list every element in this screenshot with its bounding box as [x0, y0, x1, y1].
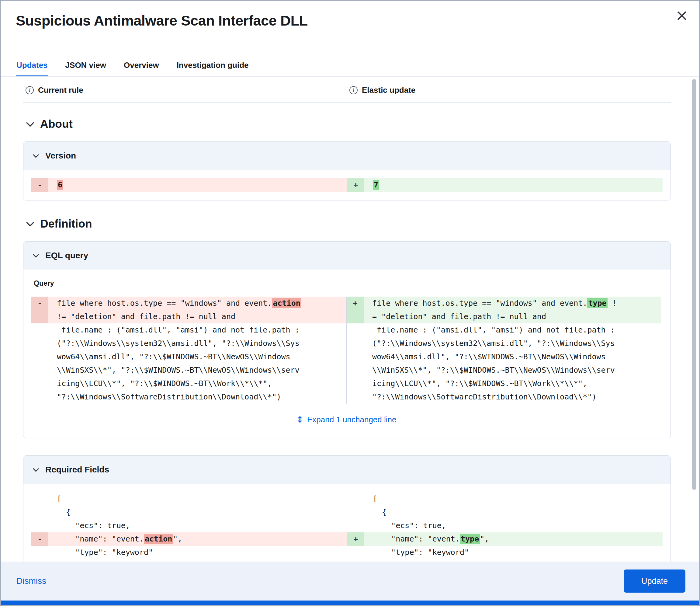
- tab-bar: Updates JSON view Overview Investigation…: [16, 61, 249, 77]
- diff-line: "?:\\Windows\\SoftwareDistribution\\Down…: [347, 390, 661, 404]
- diff-line: +7: [347, 178, 662, 192]
- scrollbar-thumb[interactable]: [692, 79, 696, 490]
- diff-changed-token: action: [272, 298, 301, 308]
- diff-code: {: [364, 506, 662, 519]
- diff-code: "name": "event.type",: [364, 532, 662, 546]
- diff-gutter-sign: [347, 492, 364, 506]
- diff-gutter-sign: [31, 519, 48, 532]
- compare-divider: [23, 102, 671, 102]
- expand-unchanged-link[interactable]: ↕ Expand 1 unchanged line: [31, 415, 661, 425]
- tab-updates[interactable]: Updates: [16, 61, 48, 77]
- current-rule-label: Current rule: [38, 86, 83, 95]
- close-icon[interactable]: ×: [672, 6, 692, 24]
- elastic-update-label: Elastic update: [362, 86, 415, 95]
- diff-code: "ecs": true,: [364, 519, 662, 532]
- diff-code: "?:\\Windows\\SoftwareDistribution\\Down…: [48, 390, 346, 404]
- required-fields-diff: [ { "ecs": true,- "name": "event.action"…: [31, 492, 662, 559]
- diff-gutter-sign: [31, 350, 48, 364]
- diff-line: "ecs": true,: [347, 519, 662, 532]
- chevron-down-icon: [32, 466, 40, 474]
- diff-code: != "deletion" and file.path != null and: [48, 310, 346, 323]
- diff-line: icing\\LCU\\*", "?:\\$WINDOWS.~BT\\Work\…: [347, 377, 661, 390]
- diff-line: +file where host.os.type == "windows" an…: [347, 297, 661, 310]
- version-panel-header[interactable]: Version: [23, 142, 671, 170]
- update-button[interactable]: Update: [624, 569, 685, 592]
- current-rule-column-header: i Current rule: [23, 86, 347, 95]
- flyout-header: Suspicious Antimalware Scan Interface DL…: [1, 1, 699, 77]
- diff-code: {: [48, 506, 347, 519]
- diff-side-update: +7: [347, 178, 662, 192]
- diff-code: \\WinSXS\\*", "?:\\$WINDOWS.~BT\\NewOS\\…: [48, 364, 346, 377]
- diff-gutter-sign: -: [31, 297, 48, 310]
- section-about-title: About: [40, 118, 73, 131]
- flyout-footer: Dismiss Update: [1, 562, 699, 601]
- diff-code: 7: [364, 178, 662, 192]
- diff-gutter-sign: [347, 377, 364, 390]
- tabs-divider: [1, 76, 699, 77]
- eql-query-panel: EQL query Query -file where host.os.type…: [23, 241, 671, 438]
- diff-gutter-sign: [347, 390, 364, 404]
- diff-gutter-sign: [347, 350, 364, 364]
- section-about[interactable]: About: [25, 118, 671, 131]
- diff-line: file.name : ("amsi.dll", "amsi") and not…: [347, 323, 661, 337]
- diff-code: file where host.os.type == "windows" and…: [48, 297, 346, 310]
- diff-line: -file where host.os.type == "windows" an…: [31, 297, 346, 310]
- diff-code: "type": "keyword": [364, 546, 662, 559]
- section-definition[interactable]: Definition: [25, 217, 671, 230]
- tab-overview[interactable]: Overview: [123, 61, 160, 77]
- diff-code: "ecs": true,: [48, 519, 347, 532]
- diff-code: wow64\\amsi.dll", "?:\\$WINDOWS.~BT\\New…: [48, 350, 346, 364]
- eql-diff: -file where host.os.type == "windows" an…: [31, 297, 661, 404]
- diff-gutter-sign: [347, 364, 364, 377]
- diff-code: [: [48, 492, 347, 506]
- diff-line: ("?:\\Windows\\system32\\amsi.dll", "?:\…: [347, 337, 661, 350]
- diff-code: "?:\\Windows\\SoftwareDistribution\\Down…: [364, 390, 661, 404]
- diff-line: ("?:\\Windows\\system32\\amsi.dll", "?:\…: [31, 337, 346, 350]
- diff-side-current: -6: [31, 178, 347, 192]
- diff-code: wow64\\amsi.dll", "?:\\$WINDOWS.~BT\\New…: [364, 350, 661, 364]
- diff-side-update: [ { "ecs": true,+ "name": "event.type", …: [347, 492, 662, 559]
- chevron-down-icon: [25, 119, 35, 129]
- diff-code: [: [364, 492, 662, 506]
- diff-changed-token: type: [460, 534, 480, 544]
- tab-investigation-guide[interactable]: Investigation guide: [176, 61, 249, 77]
- diff-gutter-sign: [31, 492, 48, 506]
- rule-update-flyout: Suspicious Antimalware Scan Interface DL…: [0, 0, 700, 606]
- info-icon[interactable]: i: [349, 86, 358, 94]
- diff-code: 6: [48, 178, 347, 192]
- tab-json-view[interactable]: JSON view: [65, 61, 107, 77]
- diff-gutter-sign: +: [347, 532, 364, 546]
- diff-code: "name": "event.action",: [48, 532, 347, 546]
- info-icon[interactable]: i: [26, 86, 34, 94]
- diff-line: file.name : ("amsi.dll", "amsi") and not…: [31, 323, 346, 337]
- diff-gutter-sign: [31, 337, 48, 350]
- section-definition-title: Definition: [40, 217, 92, 230]
- diff-code: ("?:\\Windows\\system32\\amsi.dll", "?:\…: [364, 337, 661, 350]
- diff-changed-token: type: [587, 298, 607, 308]
- required-fields-panel-header[interactable]: Required Fields: [23, 456, 671, 484]
- chevron-down-icon: [32, 252, 40, 259]
- version-panel: Version -6 +7: [23, 141, 671, 201]
- diff-gutter-sign: [347, 310, 364, 323]
- diff-changed-token: action: [144, 534, 173, 544]
- diff-changed-token: 7: [373, 180, 379, 190]
- eql-panel-header[interactable]: EQL query: [23, 241, 671, 270]
- compare-header: i Current rule i Elastic update: [23, 77, 671, 95]
- diff-code: file where host.os.type == "windows" and…: [364, 297, 661, 310]
- chevron-down-icon: [25, 219, 35, 229]
- diff-line: [: [31, 492, 347, 506]
- diff-gutter-sign: [31, 390, 48, 404]
- diff-gutter-sign: -: [31, 178, 48, 192]
- diff-code: icing\\LCU\\*", "?:\\$WINDOWS.~BT\\Work\…: [48, 377, 346, 390]
- diff-gutter-sign: [347, 323, 364, 337]
- chevron-down-icon: [32, 152, 40, 160]
- dismiss-button[interactable]: Dismiss: [17, 576, 46, 586]
- diff-line: wow64\\amsi.dll", "?:\\$WINDOWS.~BT\\New…: [347, 350, 661, 364]
- diff-line: - "name": "event.action",: [31, 532, 347, 546]
- diff-gutter-sign: [31, 546, 48, 559]
- diff-line: + "name": "event.type",: [347, 532, 662, 546]
- elastic-update-column-header: i Elastic update: [347, 86, 671, 95]
- diff-line: icing\\LCU\\*", "?:\\$WINDOWS.~BT\\Work\…: [31, 377, 346, 390]
- updates-scroll-area: i Current rule i Elastic update About Ve…: [1, 77, 699, 563]
- diff-changed-token: 6: [57, 180, 63, 190]
